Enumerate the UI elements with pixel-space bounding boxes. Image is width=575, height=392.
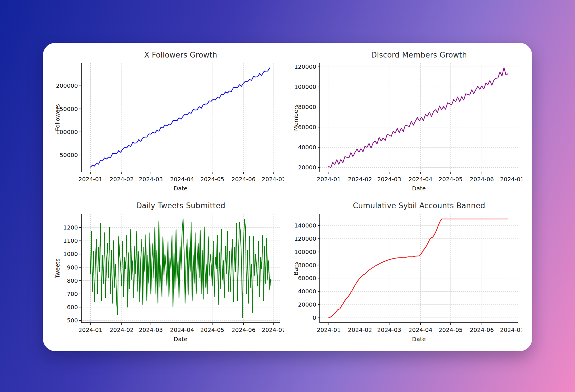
tick-labels: 2024-012024-022024-032024-042024-052024-… — [56, 82, 284, 183]
x-tick-label: 2024-03 — [139, 176, 163, 183]
x-tick-label: 2024-04 — [408, 326, 432, 333]
tick-labels: 2024-012024-022024-032024-042024-052024-… — [294, 63, 522, 183]
y-tick-label: 60000 — [298, 275, 316, 282]
data-line-discord-members — [329, 68, 508, 168]
chart-panel-x-followers: X Followers Growth 2024-012024-022024-03… — [50, 47, 286, 197]
x-tick-label: 2024-07 — [262, 176, 284, 183]
chart-title-daily-tweets: Daily Tweets Submitted — [136, 201, 225, 210]
y-tick-label: 40000 — [298, 288, 316, 295]
y-axis-label: Followers — [54, 104, 61, 131]
x-tick-label: 2024-03 — [377, 176, 401, 183]
x-tick-label: 2024-02 — [110, 326, 134, 333]
chart-panel-sybil-bans: Cumulative Sybil Accounts Banned 2024-01… — [289, 198, 525, 348]
x-tick-label: 2024-02 — [110, 176, 134, 183]
x-tick-label: 2024-03 — [139, 326, 163, 333]
dashboard-card: X Followers Growth 2024-012024-022024-03… — [43, 43, 532, 351]
y-tick-label: 120000 — [294, 63, 316, 70]
x-tick-label: 2024-01 — [317, 326, 341, 333]
y-axis-label: Tweets — [54, 259, 61, 278]
chart-daily-tweets: 2024-012024-022024-032024-042024-052024-… — [53, 210, 284, 345]
y-axis-label: Bans — [292, 261, 299, 275]
y-tick-label: 50000 — [60, 152, 78, 158]
x-tick-label: 2024-01 — [78, 326, 103, 333]
x-tick-label: 2024-01 — [78, 176, 103, 183]
y-axis-label: Members — [292, 104, 299, 131]
y-tick-label: 0 — [313, 314, 316, 321]
y-tick-label: 500 — [67, 317, 78, 324]
x-tick-label: 2024-05 — [439, 326, 463, 333]
x-tick-label: 2024-04 — [408, 176, 432, 183]
chart-canvas-x-followers: 2024-012024-022024-032024-042024-052024-… — [53, 59, 284, 194]
x-tick-label: 2024-07 — [500, 326, 522, 333]
chart-title-discord-members: Discord Members Growth — [371, 51, 467, 59]
x-tick-label: 2024-06 — [470, 326, 494, 333]
x-tick-label: 2024-02 — [348, 326, 372, 333]
y-tick-label: 200000 — [56, 82, 78, 89]
y-tick-label: 120000 — [294, 235, 316, 242]
x-axis-label: Date — [174, 185, 187, 192]
y-tick-label: 600 — [67, 304, 78, 311]
chart-title-sybil-bans: Cumulative Sybil Accounts Banned — [353, 201, 485, 210]
x-axis-label: Date — [412, 185, 426, 192]
x-tick-label: 2024-06 — [470, 176, 494, 183]
data-line-sybil-bans — [329, 219, 508, 318]
x-tick-label: 2024-06 — [231, 176, 256, 183]
x-axis-label: Date — [412, 336, 426, 343]
y-tick-label: 700 — [67, 290, 78, 297]
x-tick-label: 2024-04 — [170, 326, 194, 333]
y-tick-label: 20000 — [298, 164, 316, 171]
x-tick-label: 2024-07 — [262, 326, 284, 333]
x-tick-label: 2024-05 — [439, 176, 463, 183]
y-tick-label: 100000 — [294, 83, 316, 90]
y-tick-label: 800 — [67, 277, 78, 284]
chart-discord-members: 2024-012024-022024-032024-042024-052024-… — [291, 59, 522, 194]
x-tick-label: 2024-06 — [231, 326, 256, 333]
y-tick-label: 80000 — [298, 104, 316, 110]
y-tick-label: 1100 — [63, 237, 78, 244]
chart-canvas-daily-tweets: 2024-012024-022024-032024-042024-052024-… — [53, 210, 284, 345]
y-tick-label: 1000 — [63, 251, 78, 257]
x-tick-label: 2024-02 — [348, 176, 372, 183]
y-tick-label: 40000 — [298, 144, 316, 151]
chart-panel-daily-tweets: Daily Tweets Submitted 2024-012024-02202… — [50, 198, 286, 348]
chart-panel-discord-members: Discord Members Growth 2024-012024-02202… — [289, 47, 525, 197]
y-tick-label: 100000 — [294, 248, 316, 255]
y-tick-label: 60000 — [298, 124, 316, 131]
x-tick-label: 2024-03 — [377, 326, 401, 333]
y-tick-label: 80000 — [298, 262, 316, 269]
chart-canvas-discord-members: 2024-012024-022024-032024-042024-052024-… — [291, 59, 522, 194]
axis-spines — [318, 214, 518, 325]
x-tick-label: 2024-07 — [500, 176, 522, 183]
data-line-daily-tweets — [91, 219, 271, 318]
x-axis-label: Date — [174, 336, 187, 343]
x-tick-label: 2024-05 — [200, 326, 225, 333]
chart-canvas-sybil-bans: 2024-012024-022024-032024-042024-052024-… — [291, 210, 522, 345]
chart-sybil-bans: 2024-012024-022024-032024-042024-052024-… — [291, 210, 522, 345]
x-tick-label: 2024-01 — [317, 176, 341, 183]
y-tick-label: 140000 — [294, 222, 316, 229]
chart-title-x-followers: X Followers Growth — [144, 51, 217, 59]
chart-x-followers: 2024-012024-022024-032024-042024-052024-… — [53, 59, 284, 194]
y-tick-label: 20000 — [298, 301, 316, 308]
x-tick-label: 2024-04 — [170, 176, 194, 183]
gridlines — [320, 214, 518, 323]
y-tick-label: 900 — [67, 264, 78, 271]
x-tick-label: 2024-05 — [200, 176, 225, 183]
y-tick-label: 1200 — [63, 224, 78, 231]
data-line-x-followers — [91, 68, 270, 167]
